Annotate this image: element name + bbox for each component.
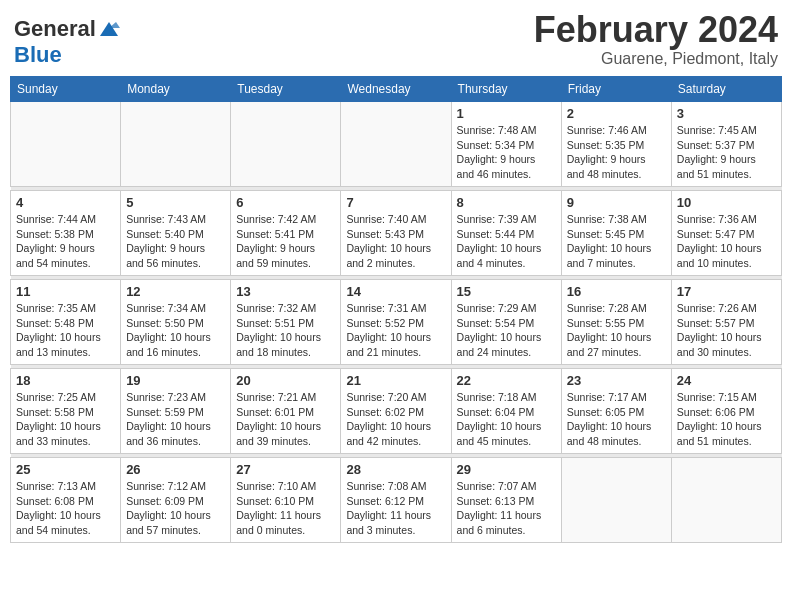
day-number: 10	[677, 195, 776, 210]
day-number: 28	[346, 462, 445, 477]
day-info: Sunrise: 7:13 AM Sunset: 6:08 PM Dayligh…	[16, 479, 115, 538]
day-number: 3	[677, 106, 776, 121]
calendar-cell: 4Sunrise: 7:44 AM Sunset: 5:38 PM Daylig…	[11, 191, 121, 276]
week-row: 1Sunrise: 7:48 AM Sunset: 5:34 PM Daylig…	[11, 102, 782, 187]
calendar-cell: 23Sunrise: 7:17 AM Sunset: 6:05 PM Dayli…	[561, 369, 671, 454]
week-row: 4Sunrise: 7:44 AM Sunset: 5:38 PM Daylig…	[11, 191, 782, 276]
calendar-cell: 9Sunrise: 7:38 AM Sunset: 5:45 PM Daylig…	[561, 191, 671, 276]
day-number: 12	[126, 284, 225, 299]
day-number: 17	[677, 284, 776, 299]
weekday-header-row: SundayMondayTuesdayWednesdayThursdayFrid…	[11, 77, 782, 102]
calendar-cell	[671, 458, 781, 543]
day-number: 21	[346, 373, 445, 388]
month-year-title: February 2024	[534, 10, 778, 50]
calendar-cell: 8Sunrise: 7:39 AM Sunset: 5:44 PM Daylig…	[451, 191, 561, 276]
weekday-header: Wednesday	[341, 77, 451, 102]
calendar-cell: 3Sunrise: 7:45 AM Sunset: 5:37 PM Daylig…	[671, 102, 781, 187]
day-info: Sunrise: 7:21 AM Sunset: 6:01 PM Dayligh…	[236, 390, 335, 449]
day-info: Sunrise: 7:17 AM Sunset: 6:05 PM Dayligh…	[567, 390, 666, 449]
calendar-cell: 17Sunrise: 7:26 AM Sunset: 5:57 PM Dayli…	[671, 280, 781, 365]
logo-blue-text: Blue	[14, 42, 62, 68]
day-info: Sunrise: 7:25 AM Sunset: 5:58 PM Dayligh…	[16, 390, 115, 449]
day-info: Sunrise: 7:44 AM Sunset: 5:38 PM Dayligh…	[16, 212, 115, 271]
day-info: Sunrise: 7:34 AM Sunset: 5:50 PM Dayligh…	[126, 301, 225, 360]
day-number: 27	[236, 462, 335, 477]
calendar-cell	[11, 102, 121, 187]
day-info: Sunrise: 7:10 AM Sunset: 6:10 PM Dayligh…	[236, 479, 335, 538]
calendar-cell: 26Sunrise: 7:12 AM Sunset: 6:09 PM Dayli…	[121, 458, 231, 543]
day-info: Sunrise: 7:46 AM Sunset: 5:35 PM Dayligh…	[567, 123, 666, 182]
calendar-cell: 24Sunrise: 7:15 AM Sunset: 6:06 PM Dayli…	[671, 369, 781, 454]
calendar-cell: 12Sunrise: 7:34 AM Sunset: 5:50 PM Dayli…	[121, 280, 231, 365]
day-info: Sunrise: 7:20 AM Sunset: 6:02 PM Dayligh…	[346, 390, 445, 449]
calendar-cell: 19Sunrise: 7:23 AM Sunset: 5:59 PM Dayli…	[121, 369, 231, 454]
day-number: 25	[16, 462, 115, 477]
day-number: 1	[457, 106, 556, 121]
day-info: Sunrise: 7:31 AM Sunset: 5:52 PM Dayligh…	[346, 301, 445, 360]
weekday-header: Friday	[561, 77, 671, 102]
calendar-cell: 5Sunrise: 7:43 AM Sunset: 5:40 PM Daylig…	[121, 191, 231, 276]
day-number: 24	[677, 373, 776, 388]
day-number: 8	[457, 195, 556, 210]
day-info: Sunrise: 7:48 AM Sunset: 5:34 PM Dayligh…	[457, 123, 556, 182]
day-info: Sunrise: 7:26 AM Sunset: 5:57 PM Dayligh…	[677, 301, 776, 360]
day-info: Sunrise: 7:18 AM Sunset: 6:04 PM Dayligh…	[457, 390, 556, 449]
day-info: Sunrise: 7:23 AM Sunset: 5:59 PM Dayligh…	[126, 390, 225, 449]
calendar-cell: 22Sunrise: 7:18 AM Sunset: 6:04 PM Dayli…	[451, 369, 561, 454]
day-number: 5	[126, 195, 225, 210]
calendar-cell: 18Sunrise: 7:25 AM Sunset: 5:58 PM Dayli…	[11, 369, 121, 454]
calendar-cell: 29Sunrise: 7:07 AM Sunset: 6:13 PM Dayli…	[451, 458, 561, 543]
day-number: 19	[126, 373, 225, 388]
weekday-header: Thursday	[451, 77, 561, 102]
day-info: Sunrise: 7:07 AM Sunset: 6:13 PM Dayligh…	[457, 479, 556, 538]
day-info: Sunrise: 7:43 AM Sunset: 5:40 PM Dayligh…	[126, 212, 225, 271]
calendar-cell: 6Sunrise: 7:42 AM Sunset: 5:41 PM Daylig…	[231, 191, 341, 276]
day-info: Sunrise: 7:36 AM Sunset: 5:47 PM Dayligh…	[677, 212, 776, 271]
calendar-cell: 10Sunrise: 7:36 AM Sunset: 5:47 PM Dayli…	[671, 191, 781, 276]
calendar-cell: 15Sunrise: 7:29 AM Sunset: 5:54 PM Dayli…	[451, 280, 561, 365]
calendar-cell: 14Sunrise: 7:31 AM Sunset: 5:52 PM Dayli…	[341, 280, 451, 365]
day-info: Sunrise: 7:39 AM Sunset: 5:44 PM Dayligh…	[457, 212, 556, 271]
day-number: 15	[457, 284, 556, 299]
day-number: 29	[457, 462, 556, 477]
day-info: Sunrise: 7:12 AM Sunset: 6:09 PM Dayligh…	[126, 479, 225, 538]
day-number: 20	[236, 373, 335, 388]
calendar-cell	[121, 102, 231, 187]
calendar-cell: 27Sunrise: 7:10 AM Sunset: 6:10 PM Dayli…	[231, 458, 341, 543]
day-number: 26	[126, 462, 225, 477]
calendar-cell	[231, 102, 341, 187]
calendar-cell: 28Sunrise: 7:08 AM Sunset: 6:12 PM Dayli…	[341, 458, 451, 543]
calendar-cell: 7Sunrise: 7:40 AM Sunset: 5:43 PM Daylig…	[341, 191, 451, 276]
week-row: 25Sunrise: 7:13 AM Sunset: 6:08 PM Dayli…	[11, 458, 782, 543]
day-number: 22	[457, 373, 556, 388]
calendar-cell	[341, 102, 451, 187]
calendar-cell: 16Sunrise: 7:28 AM Sunset: 5:55 PM Dayli…	[561, 280, 671, 365]
weekday-header: Sunday	[11, 77, 121, 102]
day-info: Sunrise: 7:35 AM Sunset: 5:48 PM Dayligh…	[16, 301, 115, 360]
day-number: 18	[16, 373, 115, 388]
location-subtitle: Guarene, Piedmont, Italy	[534, 50, 778, 68]
calendar-cell: 25Sunrise: 7:13 AM Sunset: 6:08 PM Dayli…	[11, 458, 121, 543]
day-number: 14	[346, 284, 445, 299]
page-header: General Blue February 2024 Guarene, Pied…	[10, 10, 782, 68]
weekday-header: Tuesday	[231, 77, 341, 102]
logo-general-text: General	[14, 16, 96, 42]
week-row: 11Sunrise: 7:35 AM Sunset: 5:48 PM Dayli…	[11, 280, 782, 365]
calendar-cell: 11Sunrise: 7:35 AM Sunset: 5:48 PM Dayli…	[11, 280, 121, 365]
calendar-cell: 2Sunrise: 7:46 AM Sunset: 5:35 PM Daylig…	[561, 102, 671, 187]
day-info: Sunrise: 7:45 AM Sunset: 5:37 PM Dayligh…	[677, 123, 776, 182]
day-info: Sunrise: 7:29 AM Sunset: 5:54 PM Dayligh…	[457, 301, 556, 360]
calendar-cell: 13Sunrise: 7:32 AM Sunset: 5:51 PM Dayli…	[231, 280, 341, 365]
calendar-cell: 21Sunrise: 7:20 AM Sunset: 6:02 PM Dayli…	[341, 369, 451, 454]
logo: General Blue	[14, 16, 120, 68]
weekday-header: Saturday	[671, 77, 781, 102]
title-section: February 2024 Guarene, Piedmont, Italy	[534, 10, 778, 68]
day-number: 2	[567, 106, 666, 121]
day-info: Sunrise: 7:15 AM Sunset: 6:06 PM Dayligh…	[677, 390, 776, 449]
day-number: 9	[567, 195, 666, 210]
week-row: 18Sunrise: 7:25 AM Sunset: 5:58 PM Dayli…	[11, 369, 782, 454]
day-number: 6	[236, 195, 335, 210]
day-number: 4	[16, 195, 115, 210]
calendar-cell: 1Sunrise: 7:48 AM Sunset: 5:34 PM Daylig…	[451, 102, 561, 187]
weekday-header: Monday	[121, 77, 231, 102]
